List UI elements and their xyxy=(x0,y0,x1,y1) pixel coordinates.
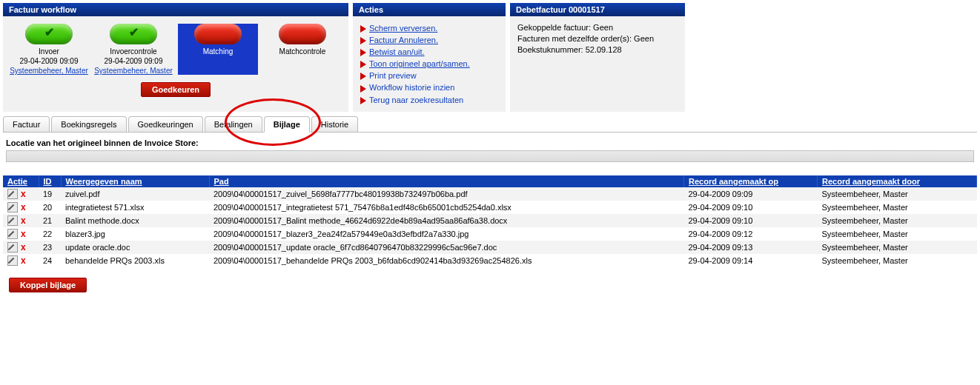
arrow-icon xyxy=(360,85,366,93)
col-date[interactable]: Record aangemaakt op xyxy=(684,175,818,187)
cell-id: 22 xyxy=(39,227,61,241)
debet-title: Debetfactuur 00001517 xyxy=(510,3,685,16)
workflow-user-link[interactable]: Systeembeheer, Master xyxy=(10,67,88,75)
edit-icon[interactable] xyxy=(7,242,18,252)
arrow-icon xyxy=(360,61,366,68)
cell-id: 20 xyxy=(39,201,61,214)
acties-panel: Acties Scherm verversen. Factuur Annuler… xyxy=(353,3,506,112)
col-actie[interactable]: Actie xyxy=(3,175,39,187)
koppel-bijlage-button[interactable]: Koppel bijlage xyxy=(9,278,87,292)
locatie-label: Locatie van het origineel binnen de Invo… xyxy=(6,138,977,147)
actie-item[interactable]: Scherm verversen. xyxy=(360,22,498,34)
cell-id: 19 xyxy=(39,187,61,201)
actie-item[interactable]: Print preview xyxy=(360,70,498,81)
arrow-icon xyxy=(360,49,366,56)
table-row[interactable]: x20integratietest 571.xlsx2009\04\000015… xyxy=(3,201,977,214)
tab-betalingen[interactable]: Betalingen xyxy=(205,116,262,132)
delete-icon[interactable]: x xyxy=(21,242,26,252)
cell-name: update oracle.doc xyxy=(61,241,209,254)
cell-date: 29-04-2009 09:13 xyxy=(684,241,818,254)
edit-icon[interactable] xyxy=(7,215,18,226)
check-icon xyxy=(25,24,73,44)
status-icon xyxy=(279,24,326,44)
actie-item[interactable]: Factuur Annuleren. xyxy=(360,34,498,46)
tabs: Factuur Boekingsregels Goedkeuringen Bet… xyxy=(3,116,977,133)
status-icon xyxy=(194,24,242,44)
cell-user: Systeembeheer, Master xyxy=(818,187,977,201)
edit-icon[interactable] xyxy=(7,202,18,212)
delete-icon[interactable]: x xyxy=(21,229,26,239)
delete-icon[interactable]: x xyxy=(21,189,26,199)
table-row[interactable]: x23update oracle.doc2009\04\00001517_upd… xyxy=(3,241,977,254)
cell-path: 2009\04\00001517_update oracle_6f7cd8640… xyxy=(209,241,684,254)
actie-item[interactable]: Toon origineel apart/samen. xyxy=(360,58,498,70)
cell-date: 29-04-2009 09:09 xyxy=(684,187,818,201)
edit-icon[interactable] xyxy=(7,189,18,199)
cell-user: Systeembeheer, Master xyxy=(818,227,977,241)
table-row[interactable]: x19zuivel.pdf2009\04\00001517_zuivel_569… xyxy=(3,187,977,201)
cell-date: 29-04-2009 09:10 xyxy=(684,201,818,214)
debet-panel: Debetfactuur 00001517 Gekoppelde factuur… xyxy=(510,3,685,112)
table-row[interactable]: x21Balint methode.docx2009\04\00001517_B… xyxy=(3,214,977,227)
edit-icon[interactable] xyxy=(7,229,18,239)
workflow-step-matching[interactable]: Matching xyxy=(178,24,258,75)
cell-name: blazer3.jpg xyxy=(61,227,209,241)
actie-item[interactable]: Workflow historie inzien xyxy=(360,81,498,93)
delete-icon[interactable]: x xyxy=(21,215,26,226)
tab-boekingsregels[interactable]: Boekingsregels xyxy=(51,116,126,132)
cell-id: 21 xyxy=(39,214,61,227)
cell-user: Systeembeheer, Master xyxy=(818,241,977,254)
tab-factuur[interactable]: Factuur xyxy=(3,116,50,132)
cell-path: 2009\04\00001517_zuivel_5698fa7777bc4801… xyxy=(209,187,684,201)
debet-line: Facturen met dezelfde order(s): Geen xyxy=(517,33,678,44)
table-row[interactable]: x22blazer3.jpg2009\04\00001517_blazer3_2… xyxy=(3,227,977,241)
cell-path: 2009\04\00001517_behandelde PRQs 2003_b6… xyxy=(209,254,684,267)
bijlage-grid: Actie ID Weergegeven naam Pad Record aan… xyxy=(3,175,977,267)
arrow-icon xyxy=(360,25,366,33)
approve-button[interactable]: Goedkeuren xyxy=(141,82,211,97)
cell-date: 29-04-2009 09:14 xyxy=(684,254,818,267)
cell-user: Systeembeheer, Master xyxy=(818,254,977,267)
col-pad[interactable]: Pad xyxy=(209,175,684,187)
col-user[interactable]: Record aangemaakt door xyxy=(818,175,977,187)
cell-name: Balint methode.docx xyxy=(61,214,209,227)
actie-item[interactable]: Terug naar zoekresultaten xyxy=(360,94,498,106)
workflow-user-link[interactable]: Systeembeheer, Master xyxy=(94,67,173,75)
delete-icon[interactable]: x xyxy=(21,202,26,212)
workflow-panel: Factuur workflow Invoer 29-04-2009 09:09… xyxy=(3,3,348,112)
cell-id: 24 xyxy=(39,254,61,267)
cell-name: behandelde PRQs 2003.xls xyxy=(61,254,209,267)
col-naam[interactable]: Weergegeven naam xyxy=(61,175,209,187)
cell-user: Systeembeheer, Master xyxy=(818,201,977,214)
table-row[interactable]: x24behandelde PRQs 2003.xls2009\04\00001… xyxy=(3,254,977,267)
workflow-step-invoer[interactable]: Invoer 29-04-2009 09:09 Systeembeheer, M… xyxy=(9,24,89,75)
acties-title: Acties xyxy=(353,3,506,16)
edit-icon[interactable] xyxy=(7,255,18,266)
arrow-icon xyxy=(360,73,366,80)
arrow-icon xyxy=(360,97,366,104)
workflow-title: Factuur workflow xyxy=(3,3,348,16)
debet-line: Gekoppelde factuur: Geen xyxy=(517,22,678,33)
workflow-step-invoercontrole[interactable]: Invoercontrole 29-04-2009 09:09 Systeemb… xyxy=(93,24,173,75)
cell-user: Systeembeheer, Master xyxy=(818,214,977,227)
cell-path: 2009\04\00001517_integratietest 571_7547… xyxy=(209,201,684,214)
cell-name: integratietest 571.xlsx xyxy=(61,201,209,214)
cell-path: 2009\04\00001517_blazer3_2ea24f2a579449e… xyxy=(209,227,684,241)
workflow-step-matchcontrole[interactable]: Matchcontrole xyxy=(262,24,342,75)
delete-icon[interactable]: x xyxy=(21,255,26,266)
tab-bijlage[interactable]: Bijlage xyxy=(264,116,310,133)
cell-path: 2009\04\00001517_Balint methode_46624d69… xyxy=(209,214,684,227)
check-icon xyxy=(110,24,157,44)
cell-date: 29-04-2009 09:12 xyxy=(684,227,818,241)
arrow-icon xyxy=(360,37,366,44)
locatie-bar[interactable] xyxy=(6,150,974,162)
tab-historie[interactable]: Historie xyxy=(311,116,358,132)
tab-goedkeuringen[interactable]: Goedkeuringen xyxy=(128,116,203,132)
cell-date: 29-04-2009 09:10 xyxy=(684,214,818,227)
cell-id: 23 xyxy=(39,241,61,254)
cell-name: zuivel.pdf xyxy=(61,187,209,201)
actie-item[interactable]: Betwist aan/uit. xyxy=(360,46,498,58)
debet-line: Boekstuknummer: 52.09.128 xyxy=(517,44,678,56)
col-id[interactable]: ID xyxy=(39,175,61,187)
